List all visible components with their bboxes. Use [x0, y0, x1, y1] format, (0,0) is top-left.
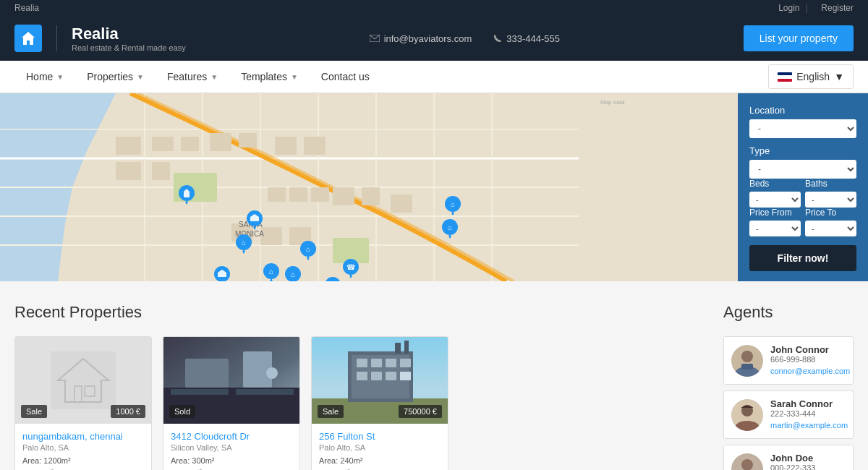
property-area-3: Area: 240m² — [319, 456, 441, 465]
price-from-select[interactable]: - — [749, 221, 801, 236]
beds-baths-row: Beds - Baths - — [749, 179, 856, 208]
svg-text:⌂: ⌂ — [242, 239, 246, 247]
svg-rect-20 — [210, 133, 231, 151]
nav-item-home: Home ▼ — [14, 61, 75, 93]
nav-link-features[interactable]: Features ▼ — [156, 61, 229, 93]
svg-text:⌂: ⌂ — [451, 200, 455, 208]
lang-caret: ▼ — [834, 71, 844, 82]
properties-title: Recent Properties — [14, 303, 709, 322]
property-name-2[interactable]: 3412 Cloudcroft Dr — [171, 431, 292, 442]
home-caret: ▼ — [56, 73, 64, 81]
register-link[interactable]: Register — [821, 3, 854, 13]
agent-name-1: John Connor — [770, 344, 850, 355]
nav-link-home[interactable]: Home ▼ — [14, 61, 75, 93]
svg-rect-94 — [171, 389, 229, 395]
property-name-1[interactable]: nungambakam, chennai — [22, 431, 144, 442]
baths-label: Baths — [805, 179, 856, 189]
agents-title: Agents — [723, 303, 854, 322]
beds-select[interactable]: - — [749, 192, 801, 208]
nav-link-properties[interactable]: Properties ▼ — [75, 61, 156, 93]
svg-rect-18 — [152, 137, 174, 151]
property-badges-3: Sale 750000 € — [312, 405, 448, 418]
filter-now-button[interactable]: Filter now! — [749, 245, 856, 271]
list-property-button[interactable]: List your property — [744, 25, 854, 51]
property-area-2: Area: 300m² — [171, 456, 292, 465]
language-selector[interactable]: English ▼ — [768, 64, 854, 89]
location-select[interactable]: - — [749, 119, 856, 138]
location-label: Location — [749, 105, 856, 116]
flag-icon — [778, 72, 792, 82]
price-from-col: Price From - — [749, 208, 801, 236]
nav-links: Home ▼ Properties ▼ Features ▼ Templates… — [14, 61, 381, 93]
logo-icon — [14, 25, 42, 52]
email-contact: info@byaviators.com — [370, 33, 472, 44]
property-location-2: Silicon Valley, SA — [171, 443, 292, 452]
svg-rect-110 — [400, 372, 411, 380]
svg-rect-27 — [311, 187, 329, 202]
status-badge-3: Sale — [318, 405, 344, 418]
price-to-col: Price To - — [805, 208, 856, 236]
phone-icon — [493, 34, 502, 43]
status-badge-1: Sale — [21, 405, 47, 418]
features-caret: ▼ — [210, 73, 218, 81]
agent-info-1: John Connor 666-999-888 connor@example.c… — [770, 344, 850, 377]
agent-info-2: Sarah Connor 222-333-444 martin@example.… — [770, 398, 848, 431]
svg-text:Map data: Map data — [600, 99, 625, 106]
nav-link-templates[interactable]: Templates ▼ — [229, 61, 310, 93]
brand-name-main: Realia — [72, 25, 186, 43]
type-select[interactable]: - — [749, 160, 856, 179]
svg-rect-108 — [371, 372, 382, 380]
agent-card-3: John Doe 000-222-333 john@example.com — [723, 445, 854, 470]
svg-rect-24 — [152, 162, 170, 180]
logo-area: Realia Real estate & Rental made easy — [14, 25, 186, 52]
agent-avatar-svg-1 — [731, 345, 763, 377]
agent-info-3: John Doe 000-222-333 john@example.com — [770, 453, 841, 470]
property-badges-2: Sold — [163, 405, 299, 418]
property-card-2: Sold 3412 Cloudcroft Dr Silicon Valley, … — [163, 336, 300, 470]
svg-text:⌂: ⌂ — [448, 223, 452, 231]
svg-text:⌂: ⌂ — [306, 245, 310, 253]
site-header: Realia Real estate & Rental made easy in… — [0, 16, 868, 61]
price-to-label: Price To — [805, 208, 856, 218]
svg-rect-107 — [357, 372, 367, 380]
baths-select[interactable]: - — [805, 192, 856, 208]
agent-email-2[interactable]: martin@example.com — [770, 421, 848, 430]
top-bar: Realia Login | Register — [0, 0, 868, 16]
agent-avatar-1 — [731, 345, 763, 377]
property-image-3: Sale 750000 € — [312, 337, 448, 424]
nav-item-contact: Contact us — [310, 61, 381, 93]
svg-rect-26 — [289, 187, 307, 202]
price-to-select[interactable]: - — [805, 221, 856, 236]
svg-rect-105 — [386, 359, 396, 367]
svg-rect-17 — [116, 162, 141, 180]
properties-grid: Sale 1000 € nungambakam, chennai Palo Al… — [14, 336, 709, 470]
brand-tagline: Real estate & Rental made easy — [72, 43, 186, 52]
svg-rect-30 — [391, 195, 412, 213]
beds-col: Beds - — [749, 179, 801, 208]
svg-point-98 — [266, 367, 278, 379]
property-image-2: Sold — [163, 337, 299, 424]
price-from-label: Price From — [749, 208, 801, 218]
agent-phone-1: 666-999-888 — [770, 355, 850, 364]
property-location-3: Palo Alto, SA — [319, 443, 441, 452]
property-name-3[interactable]: 256 Fulton St — [319, 431, 441, 442]
svg-point-114 — [741, 351, 753, 362]
main-content: Recent Properties Sale 1000 — [0, 281, 868, 470]
nav-link-contact[interactable]: Contact us — [310, 61, 381, 93]
svg-rect-19 — [181, 137, 199, 151]
property-badges-1: Sale 1000 € — [15, 405, 151, 418]
svg-rect-106 — [400, 359, 411, 367]
nav-item-templates: Templates ▼ — [229, 61, 310, 93]
filter-panel: Location - Type - Beds - Baths - — [738, 93, 868, 281]
agent-name-2: Sarah Connor — [770, 398, 848, 409]
agent-email-1[interactable]: connor@example.com — [770, 367, 850, 375]
property-info-3: 256 Fulton St Palo Alto, SA Area: 240m² … — [312, 424, 448, 470]
agent-avatar-2 — [731, 399, 763, 431]
svg-text:☎: ☎ — [346, 263, 355, 271]
price-row: Price From - Price To - — [749, 208, 856, 236]
properties-section: Recent Properties Sale 1000 — [14, 303, 709, 470]
baths-col: Baths - — [805, 179, 856, 208]
templates-caret: ▼ — [291, 73, 298, 81]
login-link[interactable]: Login — [778, 3, 799, 13]
logo-text: Realia Real estate & Rental made easy — [72, 25, 186, 52]
